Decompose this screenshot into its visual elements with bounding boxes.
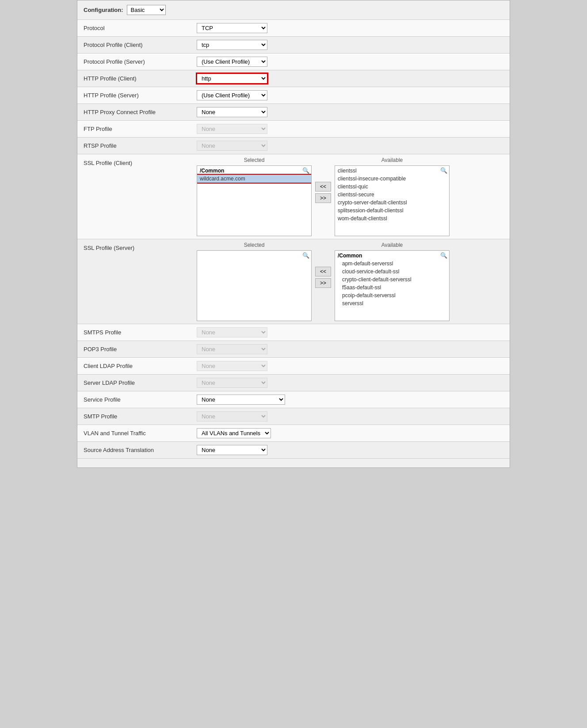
select-smtps-profile[interactable]: None <box>197 327 267 337</box>
list-item[interactable]: f5aas-default-ssl <box>335 284 449 291</box>
form-table: Protocol TCP UDP SCTP Protocol Profile (… <box>77 20 510 459</box>
value-protocol-profile-client: tcp (Use Client Profile) <box>192 37 510 54</box>
row-vlan-tunnel: VLAN and Tunnel Traffic All VLANs and Tu… <box>77 425 510 442</box>
ssl-client-move-right-button[interactable]: >> <box>315 193 331 203</box>
value-http-profile-server: (Use Client Profile) http None <box>192 87 510 104</box>
select-vlan-tunnel[interactable]: All VLANs and Tunnels Enabled on Disable… <box>197 428 271 438</box>
list-item[interactable]: crypto-client-default-serverssl <box>335 276 449 284</box>
value-client-ldap-profile: None <box>192 358 510 375</box>
list-item[interactable]: cloud-service-default-ssl <box>335 268 449 276</box>
ssl-client-available-title: Available <box>381 157 403 163</box>
label-http-profile-client: HTTP Profile (Client) <box>77 70 192 87</box>
row-smtp-profile: SMTP Profile None <box>77 408 510 425</box>
ssl-client-available-list[interactable]: clientssl clientssl-insecure-compatible … <box>335 166 449 236</box>
ssl-client-selected-list[interactable]: /Common wildcard.acme.com <box>197 166 311 236</box>
config-label: Configuration: <box>84 7 123 13</box>
label-protocol-profile-server: Protocol Profile (Server) <box>77 54 192 70</box>
list-item[interactable]: crypto-server-default-clientssl <box>335 199 449 207</box>
ssl-server-available-section: Available 🔍 /Common apm-default-serverss… <box>335 242 450 321</box>
ssl-server-move-right-button[interactable]: >> <box>315 278 331 288</box>
list-item[interactable]: clientssl <box>335 167 449 175</box>
select-http-profile-server[interactable]: (Use Client Profile) http None <box>197 90 267 100</box>
label-source-address-translation: Source Address Translation <box>77 442 192 459</box>
select-protocol-profile-server[interactable]: (Use Client Profile) tcp <box>197 57 267 67</box>
value-rtsp-profile: None <box>192 138 510 154</box>
value-ssl-profile-server: Selected 🔍 << >> <box>192 239 510 324</box>
ssl-server-available-title: Available <box>381 242 403 248</box>
value-vlan-tunnel: All VLANs and Tunnels Enabled on Disable… <box>192 425 510 442</box>
ssl-server-move-buttons: << >> <box>312 242 335 313</box>
select-smtp-profile[interactable]: None <box>197 411 267 421</box>
ssl-server-move-left-button[interactable]: << <box>315 267 331 276</box>
select-protocol[interactable]: TCP UDP SCTP <box>197 23 267 33</box>
label-ssl-profile-server: SSL Profile (Server) <box>77 239 192 324</box>
select-http-profile-client[interactable]: http None (Use Client Profile) <box>197 73 267 84</box>
ssl-client-selected-box: 🔍 /Common wildcard.acme.com <box>197 165 312 236</box>
ssl-server-available-box: 🔍 /Common apm-default-serverssl cloud-se… <box>335 250 450 321</box>
row-http-profile-server: HTTP Profile (Server) (Use Client Profil… <box>77 87 510 104</box>
list-item[interactable]: /Common <box>197 167 311 175</box>
row-ftp-profile: FTP Profile None <box>77 121 510 138</box>
list-item[interactable]: apm-default-serverssl <box>335 260 449 268</box>
value-ssl-profile-client: Selected 🔍 /Common wildcard.acme.com <box>192 154 510 239</box>
value-smtps-profile: None <box>192 324 510 341</box>
list-item[interactable]: splitsession-default-clientssl <box>335 207 449 215</box>
config-header: Configuration: Basic Advanced <box>77 0 510 20</box>
ssl-server-selected-box: 🔍 <box>197 250 312 321</box>
label-http-proxy-connect: HTTP Proxy Connect Profile <box>77 104 192 121</box>
list-item[interactable]: clientssl-secure <box>335 191 449 199</box>
list-item[interactable]: clientssl-quic <box>335 183 449 191</box>
select-client-ldap-profile[interactable]: None <box>197 361 267 371</box>
ssl-client-move-buttons: << >> <box>312 157 335 228</box>
value-http-profile-client: http None (Use Client Profile) <box>192 70 510 87</box>
ssl-server-dual-list: Selected 🔍 << >> <box>197 242 505 321</box>
select-server-ldap-profile[interactable]: None <box>197 378 267 388</box>
value-source-address-translation: None Auto Map SNAT LSN <box>192 442 510 459</box>
ssl-server-selected-title: Selected <box>244 242 265 248</box>
ssl-client-move-left-button[interactable]: << <box>315 182 331 192</box>
row-pop3-profile: POP3 Profile None <box>77 341 510 358</box>
select-source-address-translation[interactable]: None Auto Map SNAT LSN <box>197 445 267 455</box>
ssl-client-dual-list: Selected 🔍 /Common wildcard.acme.com <box>197 157 505 236</box>
row-client-ldap-profile: Client LDAP Profile None <box>77 358 510 375</box>
ssl-server-selected-list[interactable] <box>197 251 311 321</box>
ssl-client-available-box: 🔍 clientssl clientssl-insecure-compatibl… <box>335 165 450 236</box>
list-item-selected[interactable]: wildcard.acme.com <box>197 175 311 183</box>
row-protocol: Protocol TCP UDP SCTP <box>77 20 510 37</box>
label-pop3-profile: POP3 Profile <box>77 341 192 358</box>
row-smtps-profile: SMTPS Profile None <box>77 324 510 341</box>
label-rtsp-profile: RTSP Profile <box>77 138 192 154</box>
label-ssl-profile-client: SSL Profile (Client) <box>77 154 192 239</box>
label-ftp-profile: FTP Profile <box>77 121 192 138</box>
list-item[interactable]: serverssl <box>335 299 449 307</box>
value-ftp-profile: None <box>192 121 510 138</box>
list-item[interactable]: pcoip-default-serverssl <box>335 291 449 299</box>
row-ssl-profile-client: SSL Profile (Client) Selected 🔍 /Common … <box>77 154 510 239</box>
select-http-proxy-connect[interactable]: None <box>197 107 267 117</box>
select-pop3-profile[interactable]: None <box>197 344 267 354</box>
select-service-profile[interactable]: None <box>197 395 285 405</box>
row-rtsp-profile: RTSP Profile None <box>77 138 510 154</box>
row-http-proxy-connect: HTTP Proxy Connect Profile None <box>77 104 510 121</box>
label-http-profile-server: HTTP Profile (Server) <box>77 87 192 104</box>
ssl-client-selected-section: Selected 🔍 /Common wildcard.acme.com <box>197 157 312 236</box>
value-service-profile: None <box>192 391 510 408</box>
row-http-profile-client: HTTP Profile (Client) http None (Use Cli… <box>77 70 510 87</box>
ssl-client-available-section: Available 🔍 clientssl clientssl-insecure… <box>335 157 450 236</box>
config-select[interactable]: Basic Advanced <box>127 5 166 15</box>
ssl-server-available-list[interactable]: /Common apm-default-serverssl cloud-serv… <box>335 251 449 321</box>
row-source-address-translation: Source Address Translation None Auto Map… <box>77 442 510 459</box>
label-smtp-profile: SMTP Profile <box>77 408 192 425</box>
list-item[interactable]: clientssl-insecure-compatible <box>335 175 449 183</box>
list-item[interactable]: /Common <box>335 252 449 260</box>
select-ftp-profile[interactable]: None <box>197 124 267 134</box>
row-service-profile: Service Profile None <box>77 391 510 408</box>
label-server-ldap-profile: Server LDAP Profile <box>77 375 192 391</box>
value-http-proxy-connect: None <box>192 104 510 121</box>
list-item[interactable]: wom-default-clientssl <box>335 215 449 222</box>
value-protocol-profile-server: (Use Client Profile) tcp <box>192 54 510 70</box>
select-protocol-profile-client[interactable]: tcp (Use Client Profile) <box>197 40 267 50</box>
row-ssl-profile-server: SSL Profile (Server) Selected 🔍 <box>77 239 510 324</box>
select-rtsp-profile[interactable]: None <box>197 141 267 151</box>
label-smtps-profile: SMTPS Profile <box>77 324 192 341</box>
